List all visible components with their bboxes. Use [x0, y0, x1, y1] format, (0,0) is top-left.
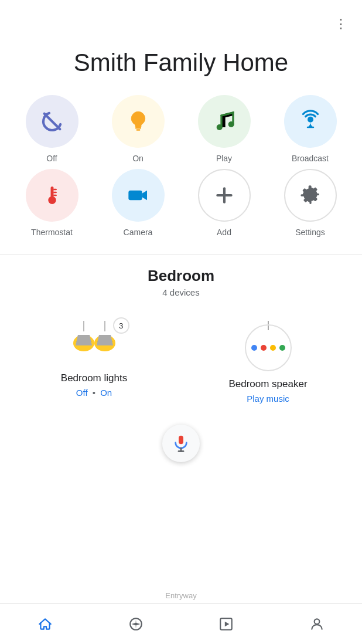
- bedroom-speaker-status: Play music: [247, 394, 289, 404]
- action-on-label: On: [132, 154, 144, 163]
- action-settings[interactable]: Settings: [270, 169, 350, 237]
- svg-marker-29: [225, 621, 230, 626]
- action-camera-label: Camera: [124, 228, 153, 237]
- device-card-bedroom-lights[interactable]: 3 Bedroom lights Off • On: [12, 309, 176, 413]
- home-icon: [37, 616, 53, 632]
- action-off[interactable]: Off: [12, 95, 92, 163]
- action-settings-label: Settings: [295, 228, 325, 237]
- room-device-count: 4 devices: [12, 287, 350, 297]
- add-icon: [213, 184, 236, 207]
- room-title: Bedroom: [12, 267, 350, 285]
- dot-yellow: [270, 345, 276, 351]
- svg-marker-27: [131, 622, 140, 625]
- action-add[interactable]: Add: [184, 169, 264, 237]
- bedroom-lights-status: Off • On: [76, 388, 112, 398]
- nav-item-account[interactable]: [297, 611, 337, 637]
- settings-icon: [299, 184, 322, 207]
- more-menu-icon[interactable]: ⋮: [330, 12, 353, 36]
- dot-green: [279, 345, 285, 351]
- section-divider: [0, 255, 362, 255]
- action-thermostat-label: Thermostat: [31, 228, 73, 237]
- off-icon: [40, 110, 64, 133]
- device-badge: 3: [113, 317, 129, 334]
- svg-rect-13: [128, 191, 142, 201]
- action-circle-play: [198, 95, 251, 148]
- microphone-icon: [172, 434, 190, 453]
- action-circle-on: [112, 95, 165, 148]
- person-icon: [309, 616, 325, 632]
- media-nav-icon: [218, 616, 234, 632]
- bulb-icon: [127, 110, 150, 133]
- dot-blue: [251, 345, 257, 351]
- device-icon-wrapper-speaker: [245, 321, 292, 371]
- svg-rect-22: [179, 436, 183, 445]
- camera-icon: [127, 184, 150, 207]
- home-nav-icon: [37, 616, 53, 632]
- bedroom-lights-name: Bedroom lights: [61, 372, 127, 384]
- action-thermostat[interactable]: Thermostat: [12, 169, 92, 237]
- svg-point-9: [48, 196, 56, 204]
- action-off-label: Off: [46, 154, 57, 163]
- lights-status-off: Off: [76, 388, 88, 398]
- action-on[interactable]: On: [98, 95, 178, 163]
- action-circle-thermostat: [26, 169, 78, 222]
- svg-rect-1: [135, 127, 141, 129]
- music-icon: [213, 110, 236, 133]
- entryway-hint: Entryway: [165, 591, 196, 600]
- header: ⋮: [0, 0, 362, 42]
- lights-status-on: On: [100, 388, 112, 398]
- quick-actions-grid: Off On: [0, 95, 362, 249]
- action-camera[interactable]: Camera: [98, 169, 178, 237]
- action-circle-add: [198, 169, 251, 222]
- device-card-bedroom-speaker[interactable]: Bedroom speaker Play music: [186, 309, 350, 413]
- device-icon-wrapper-lights: 3: [65, 321, 124, 365]
- person-nav-icon: [309, 616, 325, 632]
- action-play[interactable]: Play: [184, 95, 264, 163]
- compass-nav-icon: [128, 616, 144, 632]
- voice-fab-wrapper: [0, 425, 362, 462]
- action-broadcast[interactable]: Broadcast: [270, 95, 350, 163]
- action-circle-off: [26, 95, 78, 148]
- media-icon: [218, 616, 234, 632]
- svg-marker-18: [76, 335, 92, 345]
- broadcast-icon: [299, 110, 322, 133]
- svg-rect-2: [136, 130, 140, 131]
- device-grid: 3 Bedroom lights Off • On: [12, 309, 350, 413]
- action-add-label: Add: [217, 228, 231, 237]
- voice-fab-button[interactable]: [162, 425, 200, 462]
- action-play-label: Play: [216, 154, 232, 163]
- nav-item-media[interactable]: [206, 611, 246, 637]
- dot-red: [261, 345, 267, 351]
- action-circle-camera: [112, 169, 165, 222]
- action-circle-settings: [284, 169, 337, 222]
- speaker-circle: [245, 324, 292, 371]
- action-broadcast-label: Broadcast: [292, 154, 329, 163]
- svg-marker-21: [97, 335, 113, 345]
- speaker-dots: [251, 345, 285, 351]
- bedroom-speaker-name: Bedroom speaker: [228, 378, 307, 390]
- bottom-nav: [0, 603, 362, 644]
- room-section: Bedroom 4 devices: [0, 267, 362, 413]
- thermostat-icon: [40, 184, 64, 207]
- nav-item-home[interactable]: [25, 611, 65, 637]
- home-title: Smith Family Home: [0, 42, 362, 95]
- svg-point-30: [314, 619, 319, 624]
- action-circle-broadcast: [284, 95, 337, 148]
- svg-point-6: [308, 117, 313, 123]
- nav-item-explore[interactable]: [116, 611, 156, 637]
- compass-icon: [128, 616, 144, 632]
